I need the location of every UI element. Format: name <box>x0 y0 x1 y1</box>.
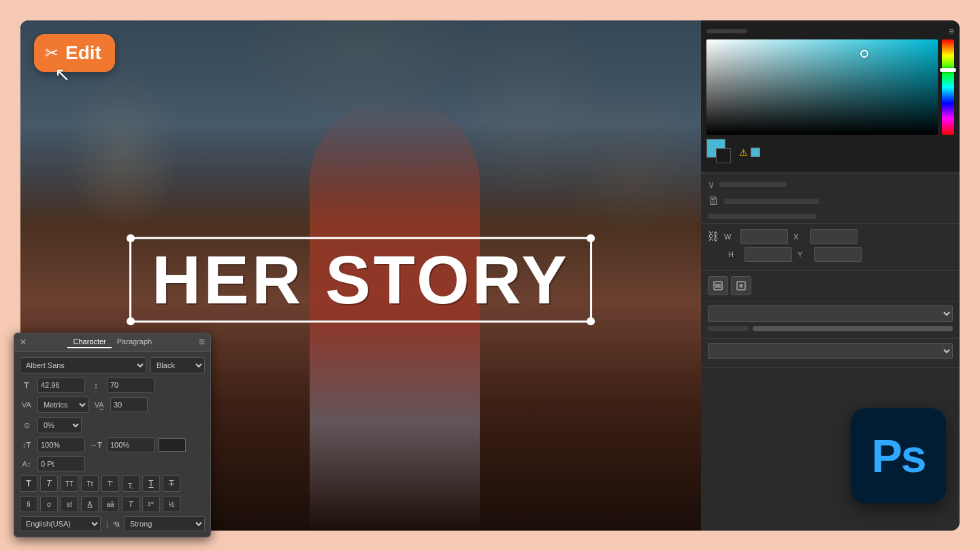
y-input[interactable] <box>814 247 862 262</box>
opacity-slider[interactable] <box>753 326 953 331</box>
baseline-icon: A↕ <box>20 460 33 468</box>
kerning-icon: VA <box>20 401 33 409</box>
handle-bottom-right[interactable] <box>587 317 595 325</box>
style-faux-italic[interactable]: T <box>40 475 58 492</box>
style-ordinals[interactable]: 1ˢᵗ <box>142 496 160 512</box>
font-weight-select[interactable]: Black <box>150 357 205 373</box>
handle-bottom-left[interactable] <box>127 317 135 325</box>
hue-slider[interactable] <box>942 39 954 135</box>
edit-label: Edit <box>65 42 101 64</box>
y-label: Y <box>798 250 808 258</box>
character-panel: ✕ Character Paragraph ≡ Albert Sans Blac… <box>14 333 211 537</box>
style-small-caps[interactable]: Tt <box>81 475 99 492</box>
spectrum-indicator[interactable] <box>860 50 868 58</box>
color-spectrum[interactable] <box>706 39 938 135</box>
char-panel-body: Albert Sans Black T ↕ VA Metrics VA̲ ⊙ <box>14 352 210 537</box>
tab-character[interactable]: Character <box>67 336 111 348</box>
style-superscript[interactable]: T' <box>101 475 119 492</box>
style-swash[interactable]: st <box>61 496 78 512</box>
opacity-select[interactable]: 0% <box>37 417 82 433</box>
char-panel-menu-icon[interactable]: ≡ <box>199 336 205 348</box>
hue-indicator[interactable] <box>940 68 956 72</box>
horiz-scale-icon: ↔T <box>89 441 103 449</box>
style-contextual[interactable]: aā <box>101 496 119 512</box>
h-label: H <box>728 250 739 258</box>
properties-section: ∨ 🗎 <box>701 175 960 224</box>
second-dropdown-section <box>701 339 960 368</box>
color-picker-section: ≡ ⚠ <box>701 20 960 171</box>
style-strikethrough[interactable]: T <box>163 475 180 492</box>
height-input[interactable] <box>745 247 792 262</box>
color-picker-tabs <box>706 29 747 33</box>
style-faux-bold[interactable]: T <box>20 475 37 492</box>
x-label: X <box>794 233 804 241</box>
warning-icon: ⚠ <box>739 147 748 158</box>
kerning-select[interactable]: Metrics <box>37 397 88 413</box>
info-bar <box>708 214 817 219</box>
font-size-row: T ↕ <box>20 378 205 393</box>
style-fractions[interactable]: ½ <box>163 496 180 512</box>
cursor-icon: ↖ <box>54 63 70 86</box>
tracking-input[interactable] <box>110 397 148 412</box>
tracking-icon: VA̲ <box>93 401 106 410</box>
align-auto-icon <box>736 280 747 291</box>
align-auto-btn[interactable] <box>731 276 751 295</box>
style-underline[interactable]: T <box>142 475 160 492</box>
blend-section <box>701 301 960 339</box>
text-color-swatch[interactable] <box>159 438 186 452</box>
anti-alias-select[interactable]: Strong <box>124 516 205 531</box>
vertical-scale-input[interactable] <box>37 437 85 452</box>
language-row: English(USA) | ªa Strong <box>20 516 205 531</box>
svg-point-3 <box>739 284 743 288</box>
divider: | <box>105 520 110 528</box>
edit-badge[interactable]: ✂ Edit ↖ <box>34 34 115 72</box>
file-bar <box>724 199 819 204</box>
fill-dropdown[interactable] <box>708 343 953 359</box>
opacity-bar <box>708 326 749 331</box>
horizontal-scale-input[interactable] <box>107 437 154 452</box>
leading-input[interactable] <box>107 378 154 393</box>
align-section <box>701 271 960 301</box>
font-family-select[interactable]: Albert Sans <box>20 357 146 373</box>
properties-expand[interactable]: ∨ <box>708 179 715 190</box>
align-content-icon <box>713 280 723 291</box>
canvas-main-text[interactable]: HER STORY <box>152 246 570 314</box>
style-row-1: T T TT Tt T' T. T T <box>20 475 205 492</box>
style-all-caps[interactable]: TT <box>61 475 78 492</box>
blend-mode-dropdown[interactable] <box>708 305 953 322</box>
scissors-icon: ✂ <box>45 44 59 63</box>
font-size-icon: T <box>20 380 33 390</box>
char-panel-tabs: Character Paragraph <box>67 336 157 348</box>
small-color-swatch[interactable] <box>751 148 760 157</box>
color-gradient-area[interactable] <box>706 39 954 135</box>
w-label: W <box>724 233 735 241</box>
background-swatch[interactable] <box>716 148 731 163</box>
separator-1 <box>701 173 960 173</box>
width-input[interactable] <box>740 229 788 244</box>
style-titling[interactable]: A <box>81 496 99 512</box>
language-select[interactable]: English(USA) <box>20 516 101 531</box>
baseline-input[interactable] <box>37 456 85 471</box>
ps-logo: Ps <box>851 408 946 503</box>
fg-bg-swatches[interactable] <box>706 139 736 166</box>
font-size-input[interactable] <box>37 378 85 393</box>
style-subscript[interactable]: T. <box>122 475 140 492</box>
baseline-row: A↕ <box>20 456 205 471</box>
opacity-row: ⊙ 0% <box>20 417 205 433</box>
style-ligatures[interactable]: fi <box>20 496 37 512</box>
style-oldstyle[interactable]: σ <box>40 496 58 512</box>
x-input[interactable] <box>810 229 858 244</box>
color-picker-menu[interactable]: ≡ <box>949 26 954 37</box>
canvas-text-box[interactable]: HER STORY <box>129 237 592 322</box>
svg-rect-1 <box>715 284 721 288</box>
kerning-row: VA Metrics VA̲ <box>20 397 205 413</box>
char-panel-header: ✕ Character Paragraph ≡ <box>14 333 210 352</box>
align-content-btn[interactable] <box>708 276 728 295</box>
transform-section: ⛓ W X H Y <box>701 224 960 271</box>
char-panel-close[interactable]: ✕ <box>20 337 27 347</box>
aa-label: ªa <box>114 520 120 528</box>
style-discretionary[interactable]: T <box>122 496 140 512</box>
tab-paragraph[interactable]: Paragraph <box>112 336 157 348</box>
file-icon: 🗎 <box>708 194 720 208</box>
properties-label-bar <box>719 182 787 187</box>
